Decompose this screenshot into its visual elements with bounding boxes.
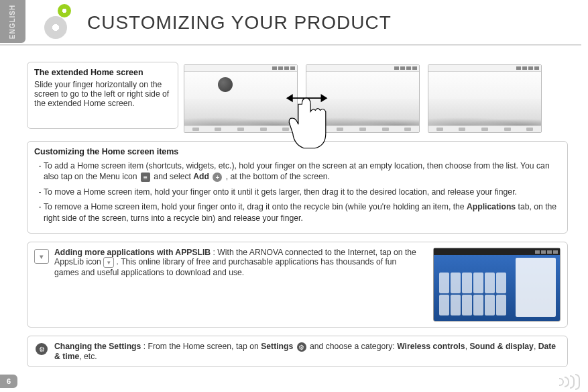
home-screens-illustration (184, 62, 568, 133)
tablet-home-thumbnail (433, 248, 561, 322)
language-tab: ENGLISH (0, 0, 25, 43)
title-divider (0, 44, 581, 46)
page-title: CUSTOMIZING YOUR PRODUCT (87, 12, 392, 34)
intro-body: Slide your finger horizontally on the sc… (34, 80, 171, 108)
page-number: 6 (0, 375, 17, 388)
soundwave-decoration (533, 375, 580, 389)
hand-swipe-icon (281, 86, 341, 153)
intro-heading: The extended Home screen (34, 68, 171, 77)
svg-marker-2 (321, 95, 326, 101)
gears-icon (35, 4, 75, 44)
settings-inline-icon: ⚙ (297, 342, 306, 352)
language-label: ENGLISH (9, 4, 17, 38)
customize-items-card: Customizing the Home screen items To add… (27, 141, 568, 234)
appslib-download-icon: ▾ (34, 249, 49, 264)
home-screen-right (428, 64, 542, 133)
add-icon: + (213, 173, 222, 182)
settings-card: ⚙ Changing the Settings : From the Home … (27, 336, 568, 367)
customize-item-remove: To remove a Home screen item, hold your … (44, 201, 561, 224)
customize-item-add: To add a Home screen item (shortcuts, wi… (44, 160, 561, 183)
menu-icon: ≡ (141, 173, 150, 182)
appslib-card: ▾ Adding more applications with APPSLIB … (27, 242, 568, 328)
appslib-icon: ▾ (103, 257, 114, 268)
settings-gear-icon: ⚙ (36, 343, 48, 355)
customize-item-move: To move a Home screen item, hold your fi… (44, 187, 561, 197)
intro-card: The extended Home screen Slide your fing… (27, 62, 178, 129)
svg-marker-1 (288, 95, 292, 101)
